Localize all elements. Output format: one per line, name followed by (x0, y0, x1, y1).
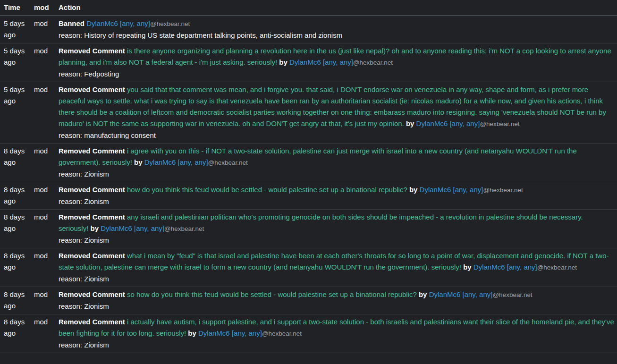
modlog-row: 8 days ago mod Removed Comment how do yo… (0, 182, 617, 210)
modlog-row: 8 days ago mod Removed Comment any israe… (0, 210, 617, 248)
action-line: Removed Comment so how do you think this… (59, 289, 614, 301)
action-type-label: Removed Comment (59, 47, 125, 55)
modlog-row: 8 days ago mod Removed Comment what i me… (0, 248, 617, 287)
action-line: Removed Comment i agree with you on this… (59, 145, 614, 169)
action-line: Removed Comment i actually have autism, … (59, 316, 614, 339)
time-cell: 8 days ago (0, 144, 31, 182)
user-link[interactable]: DylanMc6 [any, any] (86, 19, 150, 27)
by-label: by (463, 263, 472, 271)
user-instance: @hexbear.net (353, 59, 393, 66)
user-link[interactable]: DylanMc6 [any, any] (144, 158, 208, 166)
action-line: Removed Comment how do you think this fe… (59, 184, 614, 196)
mod-cell: mod (31, 43, 56, 82)
mod-cell: mod (31, 314, 56, 353)
action-cell: Removed Comment is there anyone organizi… (56, 43, 617, 82)
modlog-row: 5 days ago mod Banned DylanMc6 [any, any… (0, 16, 617, 43)
time-cell: 5 days ago (0, 43, 31, 82)
mod-cell: mod (31, 82, 56, 144)
time-cell: 5 days ago (0, 16, 31, 43)
action-cell: Removed Comment i agree with you on this… (56, 144, 617, 182)
modlog-row: 8 days ago mod Removed Comment i agree w… (0, 144, 617, 182)
user-instance: @hexbear.net (483, 186, 523, 194)
user-instance: @hexbear.net (208, 159, 248, 166)
action-line: Removed Comment any israeli and palestin… (59, 212, 614, 235)
user-instance: @hexbear.net (150, 20, 190, 27)
modlog-body: 5 days ago mod Banned DylanMc6 [any, any… (0, 16, 617, 353)
user-instance: @hexbear.net (492, 291, 532, 298)
mod-cell: mod (31, 248, 56, 287)
modlog-row: 8 days ago mod Removed Comment i actuall… (0, 314, 617, 353)
reason-text: reason: Zionism (59, 169, 614, 180)
action-line: Removed Comment what i mean by "feud" is… (59, 250, 614, 273)
time-cell: 8 days ago (0, 287, 31, 314)
time-cell: 8 days ago (0, 314, 31, 353)
reason-text: reason: Zionism (59, 235, 614, 246)
modlog-table: Time mod Action 5 days ago mod Banned Dy… (0, 0, 617, 353)
reason-text: reason: Zionism (59, 273, 614, 285)
action-cell: Removed Comment any israeli and palestin… (56, 210, 617, 248)
action-cell: Removed Comment so how do you think this… (56, 287, 617, 314)
reason-text: reason: Zionism (59, 339, 614, 351)
user-link[interactable]: DylanMc6 [any, any] (101, 224, 164, 232)
action-type-label: Removed Comment (59, 186, 125, 194)
user-instance: @hexbear.net (480, 120, 519, 127)
time-cell: 8 days ago (0, 182, 31, 210)
mod-cell: mod (31, 16, 56, 43)
user-instance: @hexbear.net (262, 330, 302, 337)
mod-cell: mod (31, 210, 56, 248)
modlog-row: 5 days ago mod Removed Comment you said … (0, 82, 617, 144)
by-label: by (134, 158, 143, 166)
mod-cell: mod (31, 144, 56, 182)
user-link[interactable]: DylanMc6 [any, any] (473, 263, 537, 271)
user-instance: @hexbear.net (164, 225, 204, 232)
action-cell: Banned DylanMc6 [any, any]@hexbear.net r… (56, 16, 617, 43)
action-line: Removed Comment you said that that comme… (59, 84, 614, 130)
modlog-row: 5 days ago mod Removed Comment is there … (0, 43, 617, 82)
by-label: by (419, 290, 427, 298)
by-label: by (406, 119, 414, 127)
mod-cell: mod (31, 287, 56, 314)
user-instance: @hexbear.net (537, 264, 577, 271)
column-header-time: Time (0, 0, 31, 16)
action-type-label: Removed Comment (59, 252, 125, 260)
time-cell: 8 days ago (0, 210, 31, 248)
action-type-label: Removed Comment (59, 147, 125, 155)
action-type-label: Banned (59, 19, 85, 27)
action-line: Removed Comment is there anyone organizi… (59, 45, 614, 68)
action-type-label: Removed Comment (59, 318, 125, 326)
by-label: by (279, 58, 287, 66)
action-type-label: Removed Comment (59, 290, 125, 298)
user-link[interactable]: DylanMc6 [any, any] (289, 58, 353, 66)
action-cell: Removed Comment i actually have autism, … (56, 314, 617, 353)
user-link[interactable]: DylanMc6 [any, any] (420, 186, 483, 194)
removed-content-text: so how do you think this feud would be s… (127, 290, 417, 298)
reason-text: reason: Fedposting (59, 68, 614, 80)
by-label: by (188, 329, 196, 337)
action-cell: Removed Comment you said that that comme… (56, 82, 617, 144)
action-cell: Removed Comment what i mean by "feud" is… (56, 248, 617, 287)
by-label: by (409, 186, 418, 194)
user-link[interactable]: DylanMc6 [any, any] (198, 329, 262, 337)
by-label: by (91, 224, 99, 232)
column-header-action: Action (56, 0, 617, 16)
user-link[interactable]: DylanMc6 [any, any] (416, 119, 480, 127)
reason-text: reason: History of repeating US state de… (59, 30, 614, 41)
reason-text: reason: manufacturing consent (59, 130, 614, 141)
removed-content-text: how do you think this feud would be sett… (127, 186, 407, 194)
user-link[interactable]: DylanMc6 [any, any] (429, 290, 493, 298)
column-header-mod: mod (31, 0, 56, 16)
reason-text: reason: Zionism (59, 301, 614, 312)
time-cell: 5 days ago (0, 82, 31, 144)
modlog-row: 8 days ago mod Removed Comment so how do… (0, 287, 617, 314)
modlog-header: Time mod Action (0, 0, 617, 16)
removed-content-text: i actually have autism, i support palest… (59, 318, 614, 337)
reason-text: reason: Zionism (59, 196, 614, 207)
action-type-label: Removed Comment (59, 85, 125, 93)
action-line: Banned DylanMc6 [any, any]@hexbear.net (59, 18, 614, 30)
time-cell: 8 days ago (0, 248, 31, 287)
removed-content-text: you said that that comment was mean, and… (59, 85, 606, 127)
mod-cell: mod (31, 182, 56, 210)
action-type-label: Removed Comment (59, 213, 125, 221)
action-cell: Removed Comment how do you think this fe… (56, 182, 617, 210)
